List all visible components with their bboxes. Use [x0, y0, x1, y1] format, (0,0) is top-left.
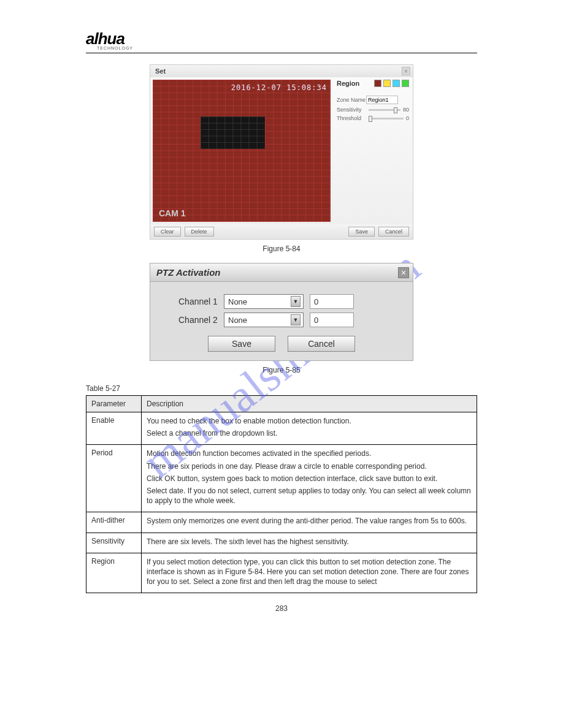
save-button[interactable]: Save: [208, 336, 275, 352]
ptz-dialog: PTZ Activation × Channel 1 None▼ 0 Chann…: [150, 263, 413, 361]
table-row: Anti-dither System only memorizes one ev…: [86, 512, 477, 533]
channel-2-value[interactable]: 0: [310, 313, 354, 327]
figure2-caption: Figure 5-85: [86, 366, 477, 374]
th-description: Description: [142, 396, 477, 412]
brand-subtitle: TECHNOLOGY: [97, 46, 477, 50]
threshold-value: 0: [406, 115, 409, 121]
table-caption: Table 5-27: [86, 384, 477, 393]
set-dialog-title: Set: [150, 65, 413, 77]
chevron-down-icon: ▼: [291, 314, 301, 325]
table-row: Enable You need to check the box to enab…: [86, 412, 477, 445]
close-icon[interactable]: ×: [398, 267, 409, 278]
ptz-title: PTZ Activation: [150, 264, 413, 282]
table-row: Sensitivity There are six levels. The si…: [86, 533, 477, 553]
region-color-picker[interactable]: [374, 80, 409, 87]
channel-2-select[interactable]: None▼: [224, 313, 304, 327]
channel-2-label: Channel 2: [163, 315, 218, 325]
th-parameter: Parameter: [86, 396, 142, 412]
save-button[interactable]: Save: [348, 227, 375, 237]
camera-label: CAM 1: [159, 208, 186, 218]
parameter-table: Parameter Description Enable You need to…: [86, 395, 477, 593]
threshold-label: Threshold: [337, 115, 366, 121]
table-row: Period Motion detection function becomes…: [86, 445, 477, 512]
region-green-icon[interactable]: [402, 80, 409, 87]
motion-grid[interactable]: 2016-12-07 15:08:34 CAM 1: [153, 80, 331, 222]
page-number: 283: [86, 604, 477, 613]
channel-1-label: Channel 1: [163, 297, 218, 306]
clear-button[interactable]: Clear: [154, 227, 181, 237]
close-icon[interactable]: ×: [402, 67, 410, 75]
zone-name-input[interactable]: [366, 96, 398, 104]
zone-name-label: Zone Name: [337, 97, 366, 103]
channel-1-select[interactable]: None▼: [224, 294, 304, 309]
figure1-caption: Figure 5-84: [86, 245, 477, 253]
region-red-icon[interactable]: [374, 80, 381, 87]
header: alhua TECHNOLOGY: [86, 29, 477, 53]
sensitivity-slider[interactable]: [369, 109, 400, 111]
set-dialog: Set × 2016-12-07 15:08:34 CAM 1 Region: [150, 64, 413, 240]
sensitivity-value: 80: [403, 107, 409, 113]
table-row: Region If you select motion detection ty…: [86, 553, 477, 593]
region-label: Region: [337, 80, 359, 87]
sensitivity-label: Sensitivity: [337, 107, 366, 113]
grid-timestamp: 2016-12-07 15:08:34: [231, 83, 327, 92]
region-panel: Region Zone Name Sensitivity 80: [333, 77, 413, 224]
region-yellow-icon[interactable]: [383, 80, 391, 87]
threshold-slider[interactable]: [369, 118, 404, 119]
chevron-down-icon: ▼: [291, 296, 301, 307]
cancel-button[interactable]: Cancel: [288, 336, 355, 352]
delete-button[interactable]: Delete: [185, 227, 214, 237]
region-cyan-icon[interactable]: [393, 80, 400, 87]
cancel-button[interactable]: Cancel: [378, 227, 409, 237]
deselected-region[interactable]: [201, 116, 265, 149]
channel-1-value[interactable]: 0: [310, 294, 354, 309]
